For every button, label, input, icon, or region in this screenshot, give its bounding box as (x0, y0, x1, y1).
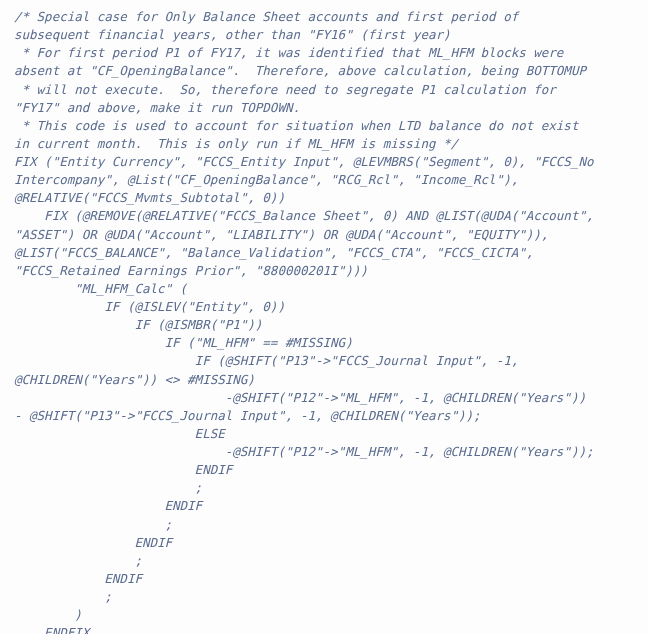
code-line: ENDFIX (14, 624, 634, 634)
code-line: * This code is used to account for situa… (14, 117, 634, 135)
code-line: ; (14, 552, 634, 570)
code-block: /* Special case for Only Balance Sheet a… (14, 8, 634, 634)
code-line: IF (@SHIFT("P13"->"FCCS_Journal Input", … (14, 352, 634, 370)
code-line: IF ("ML_HFM" == #MISSING) (14, 334, 634, 352)
code-line: FIX ("Entity Currency", "FCCS_Entity Inp… (14, 153, 634, 171)
code-line: ; (14, 516, 634, 534)
code-line: * will not execute. So, therefore need t… (14, 81, 634, 99)
code-line: * For first period P1 of FY17, it was id… (14, 44, 634, 62)
code-line: ; (14, 588, 634, 606)
code-line: ENDIF (14, 534, 634, 552)
code-line: @LIST("FCCS_BALANCE", "Balance_Validatio… (14, 244, 634, 262)
code-line: /* Special case for Only Balance Sheet a… (14, 8, 634, 26)
code-line: ELSE (14, 425, 634, 443)
code-line: @CHILDREN("Years")) <> #MISSING) (14, 371, 634, 389)
code-line: ENDIF (14, 497, 634, 515)
code-line: subsequent financial years, other than "… (14, 26, 634, 44)
code-line: "ASSET") OR @UDA("Account", "LIABILITY")… (14, 226, 634, 244)
code-line: Intercompany", @List("CF_OpeningBalance"… (14, 171, 634, 189)
code-line: FIX (@REMOVE(@RELATIVE("FCCS_Balance She… (14, 207, 634, 225)
code-line: ; (14, 479, 634, 497)
code-line: in current month. This is only run if ML… (14, 135, 634, 153)
code-line: -@SHIFT("P12"->"ML_HFM", -1, @CHILDREN("… (14, 443, 634, 461)
code-line: ENDIF (14, 461, 634, 479)
code-line: "FCCS_Retained Earnings Prior", "8800002… (14, 262, 634, 280)
code-line: ) (14, 606, 634, 624)
code-line: absent at "CF_OpeningBalance". Therefore… (14, 62, 634, 80)
code-line: "FY17" and above, make it run TOPDOWN. (14, 99, 634, 117)
code-line: "ML_HFM_Calc" ( (14, 280, 634, 298)
code-line: IF (@ISLEV("Entity", 0)) (14, 298, 634, 316)
code-line: -@SHIFT("P12"->"ML_HFM", -1, @CHILDREN("… (14, 389, 634, 407)
code-line: - @SHIFT("P13"->"FCCS_Journal Input", -1… (14, 407, 634, 425)
code-line: @RELATIVE("FCCS_Mvmts_Subtotal", 0)) (14, 189, 634, 207)
code-line: ENDIF (14, 570, 634, 588)
code-line: IF (@ISMBR("P1")) (14, 316, 634, 334)
